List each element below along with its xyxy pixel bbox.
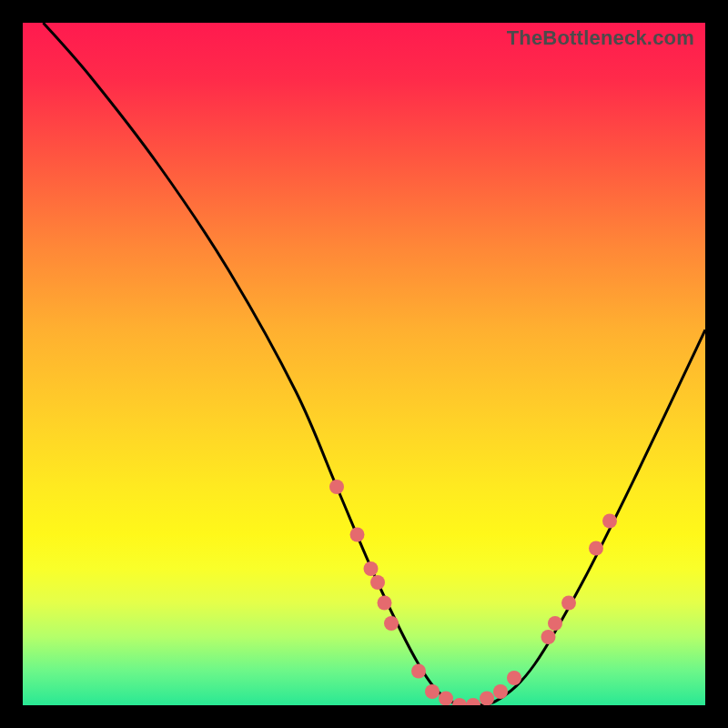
data-marker [452,698,467,705]
data-marker [384,616,399,631]
data-marker [439,692,453,706]
data-marker [425,684,440,699]
data-marker [364,561,379,576]
data-marker [329,480,344,494]
data-marker [602,514,617,529]
watermark-text: TheBottleneck.com [507,26,694,50]
data-marker [589,541,603,556]
data-marker [541,630,556,644]
plot-area: TheBottleneck.com [23,23,705,705]
data-marker [466,698,480,705]
data-marker [411,664,426,679]
chart-frame: TheBottleneck.com [23,23,705,705]
bottleneck-curve [44,23,706,705]
marker-group [329,480,617,705]
data-marker [370,575,385,590]
data-marker [548,616,562,631]
data-marker [480,692,494,706]
data-marker [561,596,576,611]
data-marker [350,528,365,542]
chart-svg [23,23,705,705]
data-marker [507,671,521,685]
data-marker [493,684,508,699]
data-marker [378,596,392,611]
